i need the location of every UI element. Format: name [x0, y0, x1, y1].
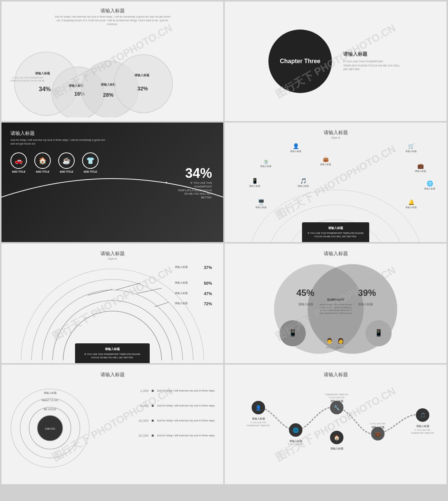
tl-text-3: Just for today I will exercise my soul i…	[157, 419, 215, 423]
tl-dot-4	[152, 434, 154, 437]
svg-text:Woman: Woman	[336, 346, 344, 349]
s4-icon-9: 🖥️ 请输入标题	[255, 199, 267, 209]
globe-icon: 🌐	[427, 180, 433, 186]
icon-item-coffee: ☕ ADD TITLE	[58, 152, 75, 173]
slide-1-inner: 请输入标题 Just for today I will exercise my …	[1, 1, 223, 121]
s5-box-title: 请输入标题	[80, 347, 144, 352]
arc-label-2: 请输入标题	[175, 265, 188, 269]
s4-icon-6: 🌐 请输入标题	[424, 180, 435, 191]
slide7-right: 1,000 Just for today I will exercise my …	[134, 385, 220, 443]
svg-text:请输入标题: 请输入标题	[35, 72, 50, 75]
slide3-pct: 34%	[175, 166, 212, 181]
svg-text:Man: Man	[326, 346, 330, 349]
arc-pct-2: 37%	[204, 265, 212, 270]
slide-4: 图行天下 PHOTOPHOTO.CN 请输入标题 Style A 👤 请输入标题…	[225, 123, 447, 242]
shirt-icon: 👕	[82, 152, 99, 169]
icon-item-home: 🏠 ADD TITLE	[34, 152, 51, 173]
slide1-circles-svg: 请输入标题 IF YOU LIKE THIS POWERPOINT TEMPLA…	[9, 31, 173, 117]
slide6-title: 请输入标题	[324, 250, 348, 257]
svg-text:请输入标题: 请输入标题	[44, 392, 57, 395]
chapter-circle: Chapter Three	[268, 30, 332, 93]
svg-text:POWERPOINT TEMPLATE: POWERPOINT TEMPLATE	[325, 393, 348, 396]
monitor-icon: 🖥️	[258, 199, 264, 205]
arc-pct-1: 50%	[204, 281, 212, 285]
svg-text:👤: 👤	[255, 405, 262, 411]
tl-text-4: Just for today I will exercise my soul i…	[157, 434, 215, 437]
s4-icon-8: 🎵 请输入标题	[298, 178, 309, 188]
tl-text-1: Just for today I will exercise my soul i…	[157, 389, 215, 393]
slide-grid: 图行天下 PHOTOPHOTO.CN 请输入标题 Just for today …	[0, 0, 448, 486]
svg-line-20	[116, 283, 140, 290]
s5-box-desc: IF YOU LIKE THIS POWERPOINT TEMPLATE,PLE…	[80, 353, 144, 359]
svg-text:POWERPOINT TEMPLATE: POWERPOINT TEMPLATE	[247, 424, 270, 427]
bell-icon: 🔔	[408, 199, 414, 205]
chapter-info: 请输入标题 IF YOU LIKE THIS POWERPOINT TEMPLA…	[343, 51, 403, 72]
svg-text:🏠: 🏠	[334, 434, 340, 441]
slide5-dark-box: 请输入标题 IF YOU LIKE THIS POWERPOINT TEMPLA…	[75, 343, 150, 363]
s4-label-2: 请输入标题	[405, 150, 417, 153]
s4-icon-5: 💼 请输入标题	[415, 163, 426, 173]
tl-item-3: 16,000 Just for today I will exercise my…	[134, 419, 220, 423]
slide-3: 请输入标题 Just for today I will exercise my …	[1, 123, 223, 242]
s4-label-8: 请输入标题	[298, 185, 309, 188]
cart-icon: 🛒	[408, 143, 414, 149]
svg-text:👩: 👩	[337, 338, 344, 344]
s4-label-6: 请输入标题	[424, 187, 435, 191]
svg-text:WANT TO DO: WANT TO DO	[42, 399, 59, 402]
slide1-title: 请输入标题	[100, 7, 125, 14]
user-icon: 👤	[293, 143, 299, 149]
svg-text:🔧: 🔧	[334, 405, 340, 411]
phone-icon: 📱	[252, 178, 258, 184]
slide-8: 图行天下 PHOTOPHOTO.CN 请输入标题 👤 请输入标题 IF YOU …	[225, 365, 447, 484]
coffee-label: ADD TITLE	[60, 170, 74, 173]
s4-icon-3: 🍵 请输入标题	[260, 158, 271, 168]
slide4-style: Style A	[331, 136, 340, 139]
arc-pct-4: 72%	[204, 301, 212, 306]
slide7-concentric-svg: 请输入标题 WANT TO DO BE GOOG CAN DO	[9, 383, 91, 473]
svg-text:IF YOU LIKE THIS: IF YOU LIKE THIS	[288, 443, 304, 445]
svg-text:请输入标题: 请输入标题	[330, 447, 343, 450]
slide-5: 图行天下 PHOTOPHOTO.CN 请输入标题 Style A 50% 请输入…	[1, 244, 223, 363]
s4-icon-4: 👜 请输入标题	[320, 156, 331, 166]
tl-num-3: 16,000	[134, 419, 149, 423]
slide3-right-panel: 34% IF YOU LIKE THIS POWERPOINT TEMPLATE…	[175, 166, 212, 200]
svg-text:45%: 45%	[296, 288, 314, 298]
svg-text:📱: 📱	[289, 329, 297, 337]
slide7-left: 请输入标题 WANT TO DO BE GOOG CAN DO	[9, 383, 91, 480]
arc-label-1: 请输入标题	[175, 281, 188, 285]
svg-text:IF YOU LIKE THIS POWERPOINT: IF YOU LIKE THIS POWERPOINT	[12, 77, 44, 79]
briefcase-icon: 💼	[417, 163, 424, 169]
slide-6: 图行天下 PHOTOPHOTO.CN 请输入标题 45% 39% 请输入标题 请…	[225, 244, 447, 363]
s4-label-3: 请输入标题	[260, 165, 271, 168]
svg-text:请输入标题: 请输入标题	[101, 83, 116, 86]
home-label: ADD TITLE	[36, 170, 50, 173]
arrow-icon: →	[161, 177, 169, 187]
tl-num-4: 20,000	[134, 434, 149, 437]
svg-text:34%: 34%	[39, 86, 51, 92]
svg-text:💼: 💼	[375, 431, 381, 437]
music-icon: 🎵	[300, 178, 307, 184]
tea-icon: 🍵	[263, 158, 269, 164]
s4-icon-10: 🔔 请输入标题	[405, 199, 417, 209]
slide6-venn-svg: 45% 39% 请输入标题 请输入标题 SUMMARY Just for tod…	[253, 260, 418, 358]
svg-text:请输入标题: 请输入标题	[416, 425, 429, 428]
shirt-label: ADD TITLE	[84, 170, 97, 173]
svg-text:请输入标题: 请输入标题	[358, 303, 373, 306]
svg-point-11	[114, 55, 172, 113]
icon-item-car: 🚗 ADD TITLE	[10, 152, 27, 173]
s4-label-5: 请输入标题	[415, 170, 426, 173]
svg-text:请输入标题: 请输入标题	[298, 303, 313, 306]
svg-line-19	[137, 288, 162, 293]
icon-item-shirt: 👕 ADD TITLE	[82, 152, 99, 173]
slide-2: 图行天下 PHOTOPHOTO.CN Chapter Three 请输入标题 I…	[225, 1, 447, 121]
tl-num-2: 6,000	[134, 404, 149, 408]
s4-label-9: 请输入标题	[255, 206, 267, 209]
tl-item-2: 6,000 Just for today I will exercise my …	[134, 404, 220, 408]
slide3-title: 请输入标题	[10, 130, 214, 137]
s4-label-7: 请输入标题	[249, 185, 260, 188]
s4-box-desc: IF YOU LIKE THIS POWERPOINT TEMPLATE,PLE…	[307, 232, 364, 238]
svg-text:🌐: 🌐	[293, 427, 299, 433]
svg-text:请输入标题: 请输入标题	[134, 74, 149, 77]
arc-label-4: 请输入标题	[175, 301, 188, 305]
car-label: ADD TITLE	[12, 170, 26, 173]
